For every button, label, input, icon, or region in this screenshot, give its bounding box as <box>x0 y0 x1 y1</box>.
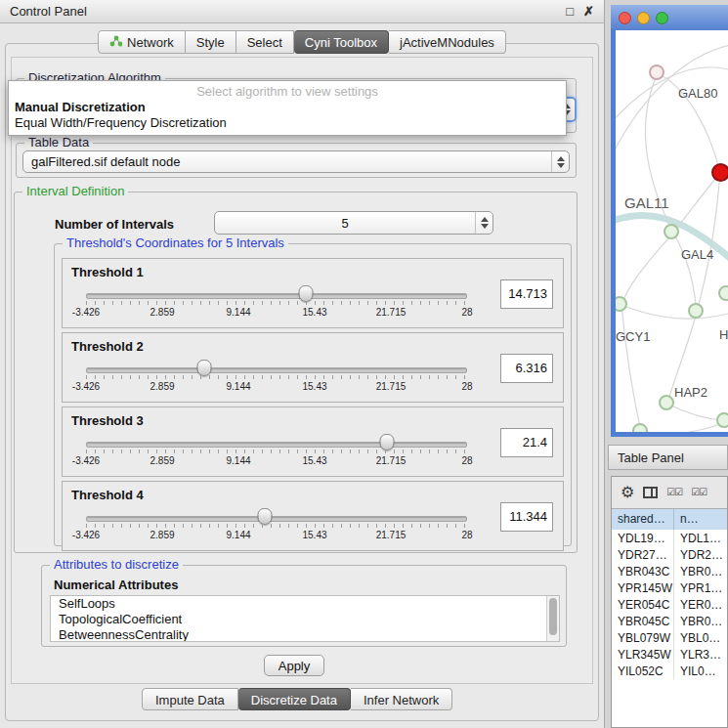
slider-tick-marks <box>86 375 467 379</box>
dropdown-placeholder-item[interactable]: Select algorithm to view settings <box>9 83 566 100</box>
table-body[interactable]: YDL19…YDL1… YDR27…YDR2… YBR043CYBR0… YPR… <box>612 530 727 727</box>
slider-thumb[interactable] <box>258 508 273 525</box>
cell-name: YER0… <box>674 596 727 613</box>
apply-button[interactable]: Apply <box>264 655 324 676</box>
threshold-4-value-input[interactable]: 11.344 <box>500 502 553 532</box>
scrollbar-thumb[interactable] <box>549 598 557 635</box>
slider-track[interactable] <box>86 516 467 522</box>
threshold-label: Threshold 1 <box>71 265 144 279</box>
gear-icon[interactable]: ⚙ <box>621 485 634 500</box>
network-view-window: GAL80 GAL11 GAL4 GCY1 HAP2 H <box>611 5 728 437</box>
checkbox-icons[interactable]: ☑☑ <box>666 488 682 497</box>
cell-name: YDR2… <box>674 546 727 563</box>
list-scrollbar[interactable] <box>546 596 559 641</box>
column-header-name[interactable]: n… <box>674 509 727 530</box>
table-data-combobox[interactable]: galFiltered.sif default node <box>22 150 570 173</box>
threshold-3-slider[interactable]: -3.426 2.859 9.144 15.43 21.715 28 <box>86 433 467 474</box>
table-row[interactable]: YDL19…YDL1… <box>612 530 727 546</box>
tab-infer-network[interactable]: Infer Network <box>351 688 452 710</box>
table-toolbar: ⚙ ☑☑ ☑☑ <box>612 477 727 508</box>
minimize-traffic-light-icon[interactable] <box>637 12 650 24</box>
network-window-titlebar[interactable] <box>611 5 728 30</box>
selected-red-node[interactable] <box>711 163 728 182</box>
list-item[interactable]: BetweennessCentrality <box>51 627 559 642</box>
list-item[interactable]: SelfLoops <box>51 596 559 612</box>
tick-label: -3.426 <box>72 307 100 318</box>
tick-label: 9.144 <box>226 530 250 540</box>
tick-label: 15.43 <box>302 530 326 540</box>
network-canvas[interactable]: GAL80 GAL11 GAL4 GCY1 HAP2 H <box>616 30 728 432</box>
table-row[interactable]: YIL052CYIL0… <box>612 663 727 679</box>
tick-label: 9.144 <box>226 381 250 392</box>
threshold-1-value-input[interactable]: 14.713 <box>500 279 553 309</box>
tab-label: Network <box>127 35 174 50</box>
slider-track[interactable] <box>86 442 467 448</box>
network-node[interactable] <box>718 285 728 301</box>
stepper-icon[interactable] <box>475 212 492 234</box>
threshold-1-slider[interactable]: -3.426 2.859 9.144 15.43 21.715 28 <box>86 284 467 325</box>
slider-track[interactable] <box>86 293 467 299</box>
tab-discretize-data[interactable]: Discretize Data <box>238 688 351 710</box>
node-label-gal80: GAL80 <box>678 86 717 101</box>
table-row[interactable]: YBR043CYBR0… <box>612 563 727 579</box>
dropdown-option-equal-width[interactable]: Equal Width/Frequency Discretization <box>9 115 566 131</box>
zoom-traffic-light-icon[interactable] <box>656 12 668 24</box>
threshold-4-slider[interactable]: -3.426 2.859 9.144 15.43 21.715 28 <box>86 507 467 548</box>
cell-name: YBL0… <box>674 629 727 646</box>
network-icon <box>109 35 122 50</box>
tab-jactivemnodules[interactable]: jActiveMNodules <box>389 30 506 54</box>
numerical-attributes-list[interactable]: SelfLoops TopologicalCoefficient Between… <box>50 595 560 642</box>
float-window-icon[interactable]: □ <box>566 5 574 18</box>
network-node[interactable] <box>716 412 728 428</box>
cell-name: YDL1… <box>674 530 727 546</box>
tick-label: 21.715 <box>376 381 407 392</box>
close-icon[interactable]: ✗ <box>583 5 594 18</box>
slider-track[interactable] <box>86 367 467 373</box>
number-of-intervals-combobox[interactable]: 5 <box>214 211 493 235</box>
table-data-group: Table Data galFiltered.sif default node <box>16 143 577 178</box>
cell-shared-name: YBL079W <box>612 629 674 646</box>
tick-label: 28 <box>461 455 472 466</box>
network-node[interactable] <box>649 64 664 80</box>
slider-tick-marks <box>86 301 467 305</box>
slider-thumb[interactable] <box>299 285 314 302</box>
cell-shared-name: YBR045C <box>612 613 674 629</box>
table-row[interactable]: YBR045CYBR0… <box>612 613 727 629</box>
tab-select[interactable]: Select <box>236 30 294 54</box>
network-node[interactable] <box>664 224 679 239</box>
cell-name: YBR0… <box>674 563 727 579</box>
tab-label: Select <box>247 35 282 50</box>
slider-thumb[interactable] <box>196 360 211 376</box>
table-row[interactable]: YDR27…YDR2… <box>612 546 727 563</box>
slider-tick-marks <box>86 450 467 453</box>
table-row[interactable]: YPR145WYPR1… <box>612 579 727 596</box>
list-item[interactable]: TopologicalCoefficient <box>51 612 559 627</box>
table-panel-titlebar[interactable]: Table Panel <box>608 445 728 470</box>
network-node[interactable] <box>632 423 648 432</box>
tick-label: 21.715 <box>376 455 407 466</box>
tab-impute-data[interactable]: Impute Data <box>142 688 238 710</box>
table-row[interactable]: YER054CYER0… <box>612 596 727 613</box>
threshold-3-value-input[interactable]: 21.4 <box>500 428 553 457</box>
tab-style[interactable]: Style <box>186 30 236 54</box>
tick-label: 28 <box>461 381 472 392</box>
table-row[interactable]: YBL079WYBL0… <box>612 629 727 646</box>
combobox-value: galFiltered.sif default node <box>23 154 551 169</box>
tab-cyni-toolbox[interactable]: Cyni Toolbox <box>294 30 389 54</box>
node-label-hap2: HAP2 <box>674 385 707 400</box>
dropdown-option-manual-discretization[interactable]: Manual Discretization <box>9 100 566 115</box>
network-node[interactable] <box>659 395 674 410</box>
node-label-gal11: GAL11 <box>624 194 669 211</box>
stepper-icon[interactable] <box>551 151 569 172</box>
columns-icon[interactable] <box>643 487 658 498</box>
close-traffic-light-icon[interactable] <box>619 12 631 24</box>
checkbox-icons[interactable]: ☑☑ <box>691 488 707 497</box>
tick-label: -3.426 <box>72 381 100 392</box>
table-row[interactable]: YLR345WYLR3… <box>612 646 727 663</box>
threshold-2-value-input[interactable]: 6.316 <box>500 354 553 383</box>
tab-network[interactable]: Network <box>98 30 186 54</box>
slider-thumb[interactable] <box>380 434 395 450</box>
threshold-2-slider[interactable]: -3.426 2.859 9.144 15.43 21.715 28 <box>86 359 467 400</box>
column-header-shared-name[interactable]: shared… <box>612 509 674 530</box>
network-node[interactable] <box>688 303 704 319</box>
